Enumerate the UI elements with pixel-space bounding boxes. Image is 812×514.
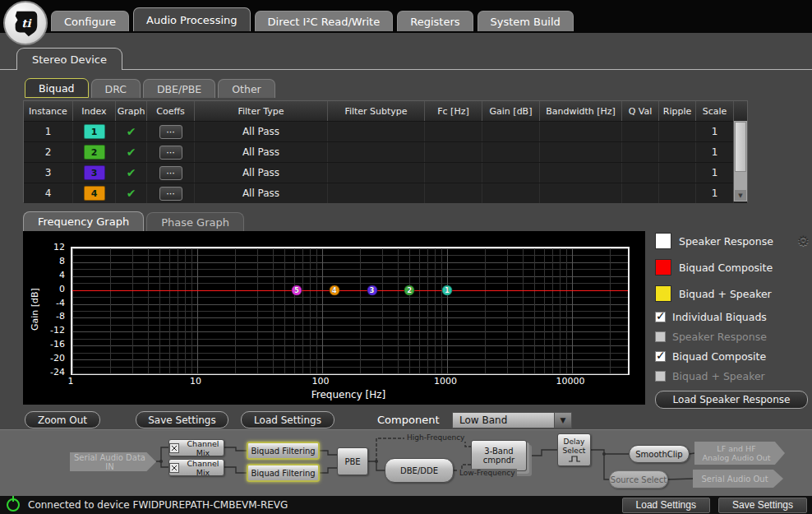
biquad-filtering-2-block[interactable]: Biquad Filtering	[247, 464, 320, 482]
biquad-marker-4[interactable]: 4	[329, 285, 339, 295]
coeffs-cell[interactable]: ···	[147, 183, 195, 203]
channel-mix-icon	[169, 463, 179, 473]
index-cell: 3	[73, 163, 116, 183]
graph-check-icon[interactable]: ✔	[127, 166, 136, 179]
pbe-block[interactable]: PBE	[337, 447, 368, 475]
gear-icon[interactable]: ⚙	[797, 233, 810, 249]
coeffs-button[interactable]: ···	[159, 166, 182, 180]
biquad-row[interactable]: 22✔···All Pass1	[24, 141, 747, 162]
biquad-marker-2[interactable]: 2	[404, 285, 415, 295]
channel-mix-2-block[interactable]: Channel Mix	[168, 459, 224, 476]
filter-type-cell[interactable]: All Pass	[195, 122, 328, 141]
graph-display-options: Individual Biquads Speaker Response Biqu…	[655, 312, 811, 382]
serial-audio-out-block: Serial Audio Out	[693, 470, 783, 488]
tab-stereo-device[interactable]: Stereo Device	[16, 48, 122, 70]
three-band-label: 3-Band	[484, 447, 513, 456]
zoom-out-button[interactable]: Zoom Out	[25, 411, 100, 428]
index-cell: 2	[73, 142, 116, 162]
x-tick-label: 100	[312, 376, 330, 387]
biquad-speaker-swatch	[655, 285, 671, 302]
lf-hf-out-label: Analog Audio Out	[702, 453, 770, 462]
load-settings-button[interactable]: Load Settings	[241, 411, 334, 428]
column-header: Gain [dB]	[482, 101, 540, 121]
connection-status: Connected to device FWIDPUREPATH-CMBEVM-…	[28, 499, 288, 511]
scrollbar-thumb[interactable]	[735, 122, 746, 172]
coeffs-button[interactable]: ···	[159, 146, 182, 160]
dropdown-arrow-icon[interactable]: ▼	[554, 413, 571, 428]
biquad-table: InstanceIndexGraphCoeffsFilter TypeFilte…	[23, 100, 748, 202]
tab-configure[interactable]: Configure	[51, 11, 129, 31]
tab-frequency-graph[interactable]: Frequency Graph	[23, 211, 144, 231]
instance-cell: 2	[24, 142, 73, 162]
filter-type-cell[interactable]: All Pass	[195, 183, 328, 203]
table-scrollbar[interactable]: ▼	[733, 121, 747, 201]
tab-system-build[interactable]: System Build	[478, 11, 574, 31]
biquad-composite-line	[72, 290, 628, 291]
sub-tabs: Biquad DRC DBE/PBE Other	[25, 78, 275, 98]
coeffs-button[interactable]: ···	[159, 125, 182, 139]
checkbox-biquad-composite[interactable]: Biquad Composite	[655, 351, 811, 362]
graph-cell[interactable]: ✔	[116, 183, 147, 203]
y-axis-ticks: 12840-4-8-12-16-20-24	[41, 247, 68, 372]
statusbar-save-settings-button[interactable]: Save Settings	[718, 498, 807, 513]
tab-biquad[interactable]: Biquad	[25, 78, 89, 98]
graph-check-icon[interactable]: ✔	[127, 125, 136, 138]
qval-cell	[622, 142, 659, 162]
biquad-marker-5[interactable]: 5	[291, 285, 302, 295]
component-label: Component	[377, 414, 439, 426]
ti-logo: ti	[3, 1, 48, 45]
checkbox-icon[interactable]	[655, 351, 666, 362]
statusbar-load-settings-button[interactable]: Load Settings	[622, 498, 710, 513]
tab-direct-i2c-read-write[interactable]: Direct I²C Read/Write	[255, 11, 394, 31]
tab-registers[interactable]: Registers	[397, 11, 473, 31]
coeffs-button[interactable]: ···	[159, 187, 182, 201]
graph-cell[interactable]: ✔	[116, 122, 147, 141]
channel-mix-1-block[interactable]: Channel Mix	[168, 439, 224, 456]
checkbox-biquad-speaker: Biquad + Speaker	[655, 371, 811, 382]
tab-dbe-pbe[interactable]: DBE/PBE	[143, 79, 215, 98]
graph-cell[interactable]: ✔	[116, 163, 147, 183]
plot-area[interactable]: 54321	[71, 247, 630, 375]
coeffs-cell[interactable]: ···	[147, 163, 195, 183]
scale-cell: 1	[696, 142, 734, 162]
x-tick-label: 10000	[556, 376, 585, 387]
coeffs-cell[interactable]: ···	[147, 142, 195, 162]
graph-cell[interactable]: ✔	[116, 142, 147, 162]
checkbox-icon	[655, 331, 666, 342]
graph-check-icon[interactable]: ✔	[127, 146, 136, 159]
three-band-compander-block[interactable]: 3-Band cmpndr	[471, 440, 527, 471]
biquad-row[interactable]: 44✔···All Pass1	[24, 183, 747, 203]
filter-type-cell[interactable]: All Pass	[195, 142, 328, 162]
smoothclip-block[interactable]: SmoothClip	[629, 445, 690, 463]
biquad-filtering-1-block[interactable]: Biquad Filtering	[247, 442, 320, 460]
checkbox-individual-biquads[interactable]: Individual Biquads	[655, 312, 811, 322]
scale-cell: 1	[696, 122, 734, 141]
component-dropdown[interactable]: Low Band ▼	[452, 412, 572, 428]
tab-phase-graph[interactable]: Phase Graph	[146, 212, 244, 231]
bandwidth-cell	[540, 183, 622, 203]
biquad-marker-3[interactable]: 3	[367, 285, 377, 295]
tab-drc[interactable]: DRC	[91, 79, 141, 98]
checkbox-icon[interactable]	[655, 312, 666, 322]
filter-type-cell[interactable]: All Pass	[195, 163, 328, 183]
dbe-dde-block[interactable]: DBE/DDE	[385, 458, 454, 483]
biquad-row[interactable]: 33✔···All Pass1	[24, 162, 747, 183]
grid-layer	[72, 248, 628, 373]
top-tabs: Configure Audio Processing Direct I²C Re…	[51, 0, 574, 33]
source-select-block[interactable]: Source Select	[609, 470, 668, 489]
legend-label: Biquad Composite	[679, 262, 773, 274]
tab-other[interactable]: Other	[218, 79, 275, 98]
delay-waveform-icon	[568, 456, 581, 462]
delay-select-block[interactable]: Delay Select	[557, 433, 591, 466]
save-settings-button[interactable]: Save Settings	[136, 411, 228, 428]
load-speaker-response-button[interactable]: Load Speaker Response	[655, 391, 808, 409]
signal-flow-diagram: Serial Audio Data IN Channel Mix Channel…	[0, 429, 812, 496]
scrollbar-down-icon[interactable]: ▼	[735, 190, 746, 201]
serial-audio-in-block: Serial Audio Data IN	[70, 452, 156, 471]
coeffs-cell[interactable]: ···	[147, 122, 195, 141]
graph-check-icon[interactable]: ✔	[127, 187, 136, 200]
biquad-marker-1[interactable]: 1	[442, 285, 453, 295]
checkbox-label: Biquad + Speaker	[672, 370, 765, 382]
tab-audio-processing[interactable]: Audio Processing	[133, 7, 251, 31]
biquad-row[interactable]: 11✔···All Pass1	[24, 121, 747, 141]
